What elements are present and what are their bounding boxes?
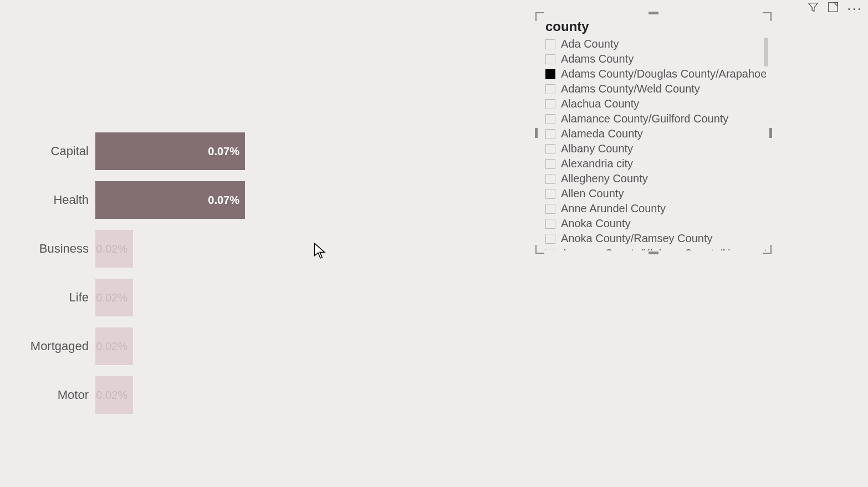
selection-handle[interactable] [535,128,538,138]
checkbox-icon[interactable] [545,84,555,94]
bar-track: 0.02% [95,230,528,268]
slicer-item-label: Anne Arundel County [561,202,666,215]
chart-row-life[interactable]: Life 0.02% [0,278,532,317]
slicer-item-label: Adams County [561,53,634,65]
slicer-item[interactable]: Allegheny County [543,171,766,186]
visual-toolbar: ··· [805,0,865,17]
slicer-title: county [537,13,770,38]
slicer-item-label: Ada County [561,38,619,50]
slicer-item-label: Allen County [561,187,624,200]
svg-rect-0 [829,3,838,12]
bar-label: Motor [0,388,95,402]
slicer-item-label: Adams County/Douglas County/Arapahoe ... [561,68,766,80]
chart-row-mortgaged[interactable]: Mortgaged 0.02% [0,327,532,366]
focus-mode-icon[interactable] [827,1,839,16]
bar[interactable]: 0.07% [95,181,245,219]
checkbox-icon[interactable] [545,69,555,79]
chart-row-capital[interactable]: Capital 0.07% [0,132,532,171]
checkbox-icon[interactable] [545,99,555,109]
checkbox-icon[interactable] [545,204,555,214]
slicer-item[interactable]: Anne Arundel County [543,201,766,216]
slicer-item[interactable]: Ada County [543,37,766,52]
slicer-item-label: Anoka County [561,217,631,230]
checkbox-icon[interactable] [545,159,555,169]
scrollbar-thumb[interactable] [764,38,768,66]
more-options-icon[interactable]: ··· [847,6,862,11]
bar[interactable]: 0.02% [95,327,133,365]
bar-value: 0.07% [208,194,239,207]
chart-row-motor[interactable]: Motor 0.02% [0,376,532,414]
bar-label: Business [0,242,95,256]
bar-value: 0.02% [96,291,127,304]
bar-label: Health [0,193,95,207]
slicer-item-label: Adams County/Weld County [561,83,700,95]
checkbox-icon[interactable] [545,174,555,184]
bar[interactable]: 0.02% [95,230,133,268]
selection-handle[interactable] [649,252,658,254]
checkbox-icon[interactable] [545,234,555,244]
slicer-item[interactable]: Adams County [543,52,766,66]
slicer-item[interactable]: Alamance County/Guilford County [543,111,766,126]
slicer-list[interactable]: Ada CountyAdams CountyAdams County/Dougl… [543,37,766,250]
bar-track: 0.02% [95,327,528,365]
slicer-item-label: Allegheny County [561,172,648,185]
slicer-item[interactable]: Alexandria city [543,156,766,171]
checkbox-icon[interactable] [545,114,555,124]
bar-track: 0.07% [95,132,528,170]
bar-track: 0.02% [95,376,528,414]
checkbox-icon[interactable] [545,144,555,154]
slicer-item[interactable]: Anoka County/Ramsey County [543,231,766,246]
slicer-item[interactable]: Allen County [543,186,766,201]
chart-row-health[interactable]: Health 0.07% [0,181,532,219]
bar[interactable]: 0.02% [95,376,133,414]
bar-label: Life [0,290,95,305]
slicer-item-label: Alexandria city [561,157,633,170]
checkbox-icon[interactable] [545,219,555,229]
selection-handle[interactable] [535,12,544,21]
checkbox-icon[interactable] [545,129,555,139]
bar-value: 0.02% [96,340,127,353]
filter-icon[interactable] [807,1,819,16]
slicer-item[interactable]: Aransas County/Kleberg County/Nueces C..… [543,246,766,250]
bar-value: 0.07% [208,145,239,158]
slicer-item[interactable]: Alameda County [543,126,766,141]
selection-handle[interactable] [763,12,772,21]
bar-value: 0.02% [96,243,127,255]
bar-value: 0.02% [96,389,127,402]
selection-handle[interactable] [769,128,772,138]
selection-handle[interactable] [649,12,658,14]
county-slicer[interactable]: county Ada CountyAdams CountyAdams Count… [537,13,770,253]
slicer-item-label: Alachua County [561,98,639,110]
checkbox-icon[interactable] [545,249,555,251]
slicer-item[interactable]: Albany County [543,141,766,156]
slicer-item[interactable]: Anoka County [543,216,766,231]
bar-track: 0.02% [95,279,528,316]
bar[interactable]: 0.02% [95,279,133,316]
checkbox-icon[interactable] [545,189,555,199]
checkbox-icon[interactable] [545,54,555,64]
slicer-item[interactable]: Adams County/Weld County [543,81,766,96]
bar[interactable]: 0.07% [95,132,245,170]
slicer-item-label: Aransas County/Kleberg County/Nueces C..… [561,247,766,250]
chart-row-business[interactable]: Business 0.02% [0,229,532,268]
slicer-item[interactable]: Adams County/Douglas County/Arapahoe ... [543,66,766,81]
slicer-item-label: Anoka County/Ramsey County [561,232,712,245]
bar-label: Capital [0,144,95,158]
slicer-item-label: Albany County [561,142,633,155]
bar-label: Mortgaged [0,339,95,353]
slicer-item-label: Alameda County [561,127,643,140]
slicer-item-label: Alamance County/Guilford County [561,112,728,125]
bar-chart[interactable]: Capital 0.07% Health 0.07% Business 0.02… [0,132,532,424]
slicer-item[interactable]: Alachua County [543,96,766,111]
bar-track: 0.07% [95,181,528,219]
checkbox-icon[interactable] [545,39,555,49]
